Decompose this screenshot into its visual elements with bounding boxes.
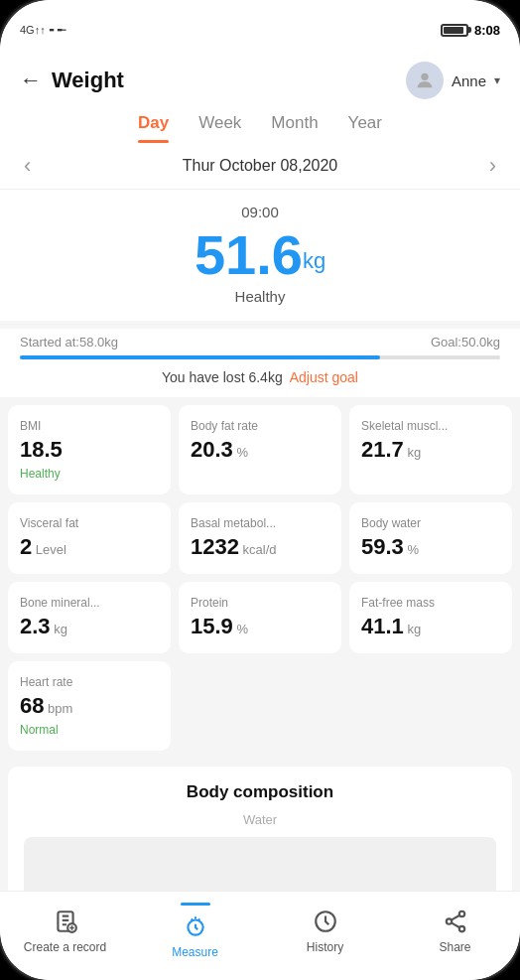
history-label: History: [307, 940, 343, 954]
create-record-label: Create a record: [24, 940, 106, 954]
svg-point-7: [458, 926, 463, 931]
metric-bmi[interactable]: BMI 18.5 Healthy: [8, 405, 171, 494]
signal-icon-1: 4G↑↑: [20, 24, 46, 36]
metric-visceral-fat-value-row: 2 Level: [20, 534, 159, 560]
svg-point-5: [458, 911, 463, 916]
metric-basal-metabolic-value-row: 1232 kcal/d: [191, 534, 329, 560]
metric-basal-metabolic-label: Basal metabol...: [191, 516, 329, 530]
metric-visceral-fat-value: 2: [20, 534, 32, 559]
metric-body-fat-value: 20.3: [191, 437, 233, 462]
metric-skeletal-muscle-unit: kg: [404, 445, 421, 460]
wifi-icon: ╸╾: [50, 22, 65, 38]
metric-fat-free-mass-value: 41.1: [361, 614, 404, 638]
metric-body-fat-label: Body fat rate: [191, 419, 329, 433]
metric-fat-free-mass-value-row: 41.1 kg: [361, 614, 500, 639]
metric-bmi-value: 18.5: [20, 437, 63, 462]
svg-point-0: [421, 73, 428, 80]
progress-bar-background: [20, 355, 500, 359]
metric-visceral-fat-unit: Level: [32, 542, 66, 557]
metric-body-water[interactable]: Body water 59.3 %: [349, 502, 512, 574]
metric-protein-value: 15.9: [191, 614, 233, 638]
metric-protein-unit: %: [233, 622, 248, 636]
dropdown-arrow-icon[interactable]: ▾: [494, 73, 500, 87]
metric-bone-mineral-label: Bone mineral...: [20, 596, 159, 610]
nav-create-record[interactable]: Create a record: [0, 908, 130, 954]
metric-heart-rate-label: Heart rate: [20, 675, 159, 689]
tab-day[interactable]: Day: [138, 113, 169, 143]
metric-skeletal-muscle-label: Skeletal muscl...: [361, 419, 500, 433]
bottom-nav: Create a record Measure: [0, 891, 520, 980]
metric-heart-rate-value-row: 68 bpm: [20, 693, 159, 719]
metric-heart-rate-unit: bpm: [44, 701, 72, 716]
page-title: Weight: [52, 68, 124, 93]
metric-heart-rate-value: 68: [20, 693, 44, 718]
goal-label: Goal:50.0kg: [431, 335, 500, 350]
tab-year[interactable]: Year: [348, 113, 382, 143]
body-composition-title: Body composition: [24, 782, 496, 802]
progress-bar-fill: [20, 355, 380, 359]
prev-date-button[interactable]: ‹: [24, 153, 31, 179]
metric-visceral-fat[interactable]: Visceral fat 2 Level: [8, 502, 171, 574]
metric-skeletal-muscle[interactable]: Skeletal muscl... 21.7 kg: [349, 405, 512, 494]
metric-body-fat-unit: %: [233, 445, 248, 460]
nav-share[interactable]: Share: [390, 908, 520, 954]
progress-labels: Started at:58.0kg Goal:50.0kg: [20, 335, 500, 350]
create-record-icon: [52, 908, 79, 935]
user-name[interactable]: Anne: [452, 72, 486, 89]
phone-screen: 4G↑↑ ╸╾ 8:08 ← Weight: [0, 0, 520, 980]
metric-body-water-value-row: 59.3 %: [361, 534, 500, 560]
metric-protein-value-row: 15.9 %: [191, 614, 329, 639]
metric-body-water-label: Body water: [361, 516, 500, 530]
metric-bone-mineral-unit: kg: [51, 622, 67, 636]
metric-bone-mineral[interactable]: Bone mineral... 2.3 kg: [8, 582, 171, 653]
lost-text: You have lost 6.4kg: [162, 369, 283, 385]
progress-section: Started at:58.0kg Goal:50.0kg You have l…: [0, 329, 520, 397]
tab-month[interactable]: Month: [271, 113, 318, 143]
next-date-button[interactable]: ›: [489, 153, 496, 179]
metric-body-fat[interactable]: Body fat rate 20.3 %: [179, 405, 341, 494]
metric-bmi-value-row: 18.5: [20, 437, 159, 463]
weight-unit: kg: [303, 248, 325, 273]
content-scroll[interactable]: ← Weight Anne ▾ Day Week: [0, 50, 520, 891]
body-composition-subtitle: Water: [24, 812, 496, 827]
weight-status: Healthy: [20, 288, 500, 305]
metric-protein[interactable]: Protein 15.9 %: [179, 582, 341, 653]
nav-history[interactable]: History: [260, 908, 390, 954]
body-composition-chart: [24, 837, 496, 891]
date-navigation: ‹ Thur October 08,2020 ›: [0, 143, 520, 190]
battery-icon: [441, 24, 468, 37]
goal-text: You have lost 6.4kg Adjust goal: [20, 369, 500, 385]
nav-measure[interactable]: Measure: [130, 903, 260, 959]
share-label: Share: [439, 940, 470, 954]
metric-skeletal-muscle-value-row: 21.7 kg: [361, 437, 500, 463]
avatar[interactable]: [406, 62, 444, 99]
metric-bmi-status: Healthy: [20, 467, 159, 481]
metric-heart-rate-status: Normal: [20, 723, 159, 737]
history-icon: [312, 908, 339, 935]
metric-basal-metabolic-unit: kcal/d: [239, 542, 277, 557]
metric-body-fat-value-row: 20.3 %: [191, 437, 329, 463]
header: ← Weight Anne ▾: [0, 50, 520, 99]
weight-display: 51.6kg: [20, 224, 500, 286]
tabs-container: Day Week Month Year: [0, 99, 520, 143]
metric-bone-mineral-value-row: 2.3 kg: [20, 614, 159, 639]
measure-icon: [182, 912, 209, 940]
back-button[interactable]: ←: [20, 68, 42, 93]
measurement-time: 09:00: [20, 204, 500, 220]
header-left: ← Weight: [20, 68, 124, 93]
metric-protein-label: Protein: [191, 596, 329, 610]
metric-heart-rate[interactable]: Heart rate 68 bpm Normal: [8, 661, 171, 751]
measure-active-indicator: [181, 903, 210, 906]
metric-bmi-label: BMI: [20, 419, 159, 433]
adjust-goal-button[interactable]: Adjust goal: [290, 369, 358, 385]
tab-week[interactable]: Week: [198, 113, 241, 143]
metric-body-water-unit: %: [404, 542, 419, 557]
header-right: Anne ▾: [406, 62, 500, 99]
status-right: 8:08: [441, 23, 500, 38]
metric-basal-metabolic[interactable]: Basal metabol... 1232 kcal/d: [179, 502, 341, 574]
weight-value: 51.6: [195, 223, 303, 286]
metric-fat-free-mass[interactable]: Fat-free mass 41.1 kg: [349, 582, 512, 653]
weight-section: 09:00 51.6kg Healthy: [0, 190, 520, 321]
share-icon: [442, 908, 469, 935]
measure-label: Measure: [172, 945, 218, 959]
